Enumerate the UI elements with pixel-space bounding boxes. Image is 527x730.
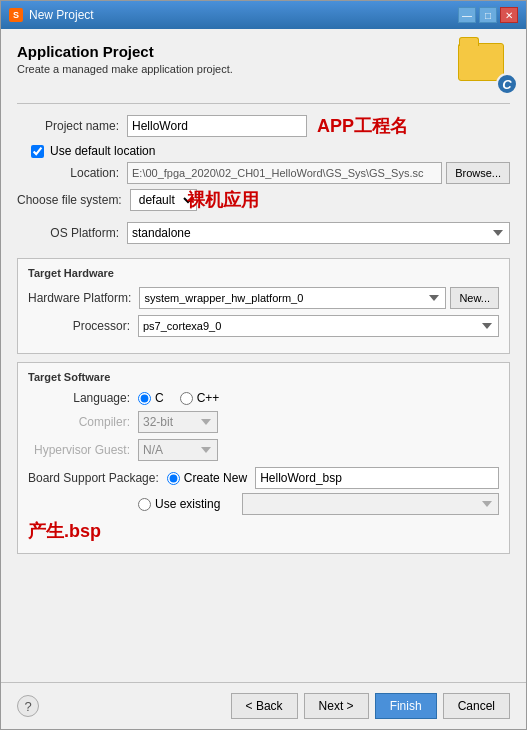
project-name-label: Project name: [17,119,127,133]
hypervisor-row: Hypervisor Guest: N/A [28,439,499,461]
compiler-row: Compiler: 32-bit [28,411,499,433]
target-software-section: Target Software Language: C C++ Com [17,362,510,554]
header-icon: C [458,43,510,91]
existing-bsp-select[interactable] [242,493,499,515]
main-window: S New Project — □ ✕ Application Project … [0,0,527,730]
maximize-button[interactable]: □ [479,7,497,23]
location-input[interactable] [127,162,442,184]
language-c-label: C [155,391,164,405]
app-name-annotation: APP工程名 [317,114,408,138]
bottom-bar: ? < Back Next > Finish Cancel [1,682,526,729]
bare-machine-annotation: 裸机应用 [187,190,259,210]
target-hardware-title: Target Hardware [28,267,499,279]
bsp-existing-row: Use existing [28,493,499,515]
dialog-content: Application Project Create a managed mak… [1,29,526,682]
c-badge: C [496,73,518,95]
close-button[interactable]: ✕ [500,7,518,23]
compiler-select[interactable]: 32-bit [138,411,218,433]
next-button[interactable]: Next > [304,693,369,719]
hardware-platform-select[interactable]: system_wrapper_hw_platform_0 [139,287,446,309]
header-left: Application Project Create a managed mak… [17,43,233,75]
folder-icon [458,43,504,81]
language-label: Language: [28,391,138,405]
language-cpp-radio[interactable] [180,392,193,405]
header-divider [17,103,510,104]
os-platform-select[interactable]: standalone [127,222,510,244]
create-new-option[interactable]: Create New [167,471,247,485]
browse-button[interactable]: Browse... [446,162,510,184]
bsp-name-input[interactable] [255,467,499,489]
create-new-label: Create New [184,471,247,485]
os-platform-section: OS Platform: standalone [17,222,510,250]
hypervisor-select[interactable]: N/A [138,439,218,461]
hardware-platform-row: Hardware Platform: system_wrapper_hw_pla… [28,287,499,309]
os-platform-row: OS Platform: standalone [17,222,510,244]
processor-select[interactable]: ps7_cortexa9_0 [138,315,499,337]
cancel-button[interactable]: Cancel [443,693,510,719]
back-button[interactable]: < Back [231,693,298,719]
project-name-input[interactable] [127,115,307,137]
bsp-annotation: 产生.bsp [28,519,499,543]
location-label: Location: [17,166,127,180]
dialog-subtitle: Create a managed make application projec… [17,63,233,75]
help-button[interactable]: ? [17,695,39,717]
bottom-buttons: < Back Next > Finish Cancel [231,693,510,719]
processor-label: Processor: [28,319,138,333]
minimize-button[interactable]: — [458,7,476,23]
use-existing-label: Use existing [155,497,220,511]
dialog-title: Application Project [17,43,233,60]
finish-button[interactable]: Finish [375,693,437,719]
filesystem-row: Choose file system: default 裸机应用 [17,188,510,212]
hypervisor-label: Hypervisor Guest: [28,443,138,457]
processor-row: Processor: ps7_cortexa9_0 [28,315,499,337]
hardware-platform-label: Hardware Platform: [28,291,139,305]
use-default-location-label: Use default location [50,144,155,158]
language-cpp-label: C++ [197,391,220,405]
title-bar: S New Project — □ ✕ [1,1,526,29]
language-c-radio[interactable] [138,392,151,405]
location-row: Location: Browse... [17,162,510,184]
os-platform-label: OS Platform: [17,226,127,240]
use-existing-option[interactable]: Use existing [138,497,234,511]
compiler-label: Compiler: [28,415,138,429]
project-name-row: Project name: APP工程名 [17,114,510,138]
target-software-title: Target Software [28,371,499,383]
language-row: Language: C C++ [28,391,499,405]
title-bar-left: S New Project [9,8,94,22]
use-default-location-row: Use default location [31,144,510,158]
header-section: Application Project Create a managed mak… [17,43,510,91]
window-title: New Project [29,8,94,22]
bsp-create-row: Board Support Package: Create New [28,467,499,489]
create-new-radio[interactable] [167,472,180,485]
new-hardware-button[interactable]: New... [450,287,499,309]
use-default-location-checkbox[interactable] [31,145,44,158]
language-cpp-option[interactable]: C++ [180,391,220,405]
filesystem-label: Choose file system: [17,193,130,207]
bsp-label: Board Support Package: [28,471,167,485]
sdk-icon: S [9,8,23,22]
title-controls: — □ ✕ [458,7,518,23]
language-radio-group: C C++ [138,391,219,405]
language-c-option[interactable]: C [138,391,164,405]
target-hardware-section: Target Hardware Hardware Platform: syste… [17,258,510,354]
use-existing-radio[interactable] [138,498,151,511]
